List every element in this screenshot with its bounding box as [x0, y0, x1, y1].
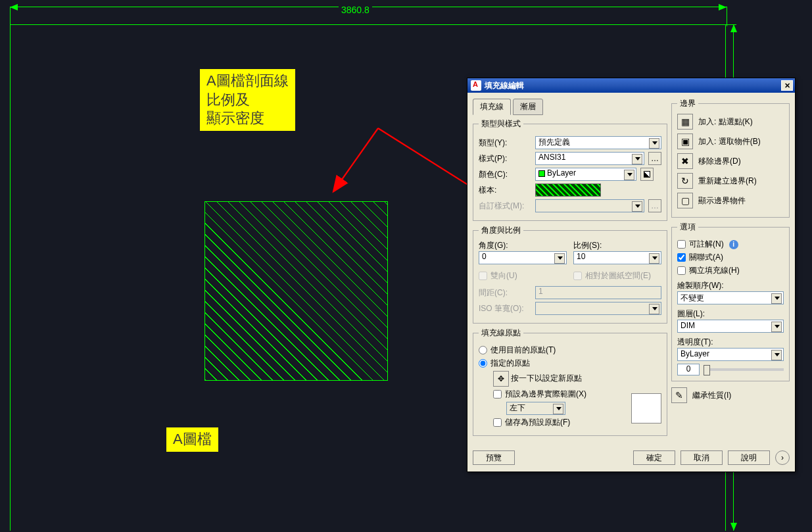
- draw-order-combo[interactable]: 不變更: [677, 291, 784, 304]
- paper-space-checkbox: [573, 272, 582, 280]
- specified-origin-radio[interactable]: [479, 359, 487, 368]
- ok-button[interactable]: 確定: [633, 450, 675, 465]
- hatch-edit-dialog: 填充線編輯 ✕ 填充線 漸層 類型與樣式 類型(Y): 預先定義 樣式(P): …: [467, 78, 796, 472]
- annotation-scale-note: A圖檔剖面線 比例及 顯示密度: [200, 69, 295, 131]
- bg-color-button[interactable]: [640, 168, 654, 181]
- tab-gradient[interactable]: 漸層: [513, 99, 543, 115]
- layer-label: 圖層(L):: [677, 308, 784, 320]
- scale-label: 比例(S):: [573, 240, 661, 251]
- close-button[interactable]: ✕: [781, 80, 793, 91]
- group-type-pattern: 類型與樣式 類型(Y): 預先定義 樣式(P): ANSI31 … 顏色(C):…: [473, 118, 667, 221]
- draw-order-label: 繪製順序(W):: [677, 280, 784, 291]
- select-objects-icon[interactable]: ▣: [677, 133, 693, 149]
- horizontal-dimension-value: 3860.8: [339, 5, 372, 15]
- sample-swatch[interactable]: [535, 183, 601, 197]
- transparency-combo[interactable]: ByLayer: [677, 348, 784, 361]
- group-boundary: 邊界 ▦加入: 點選點(K) ▣加入: 選取物件(B) ✖移除邊界(D) ↻重新…: [671, 98, 790, 218]
- scale-combo[interactable]: 10: [573, 251, 661, 264]
- group-hatch-origin: 填充線原點 使用目前的原點(T) 指定的原點 ✥ 按一下以設定新原點 預設為邊界…: [473, 327, 667, 436]
- expand-dialog-button[interactable]: ›: [775, 450, 790, 465]
- pattern-browse-button[interactable]: …: [648, 152, 661, 165]
- show-boundary-icon[interactable]: ▢: [677, 193, 693, 208]
- preview-button[interactable]: 預覽: [473, 450, 515, 465]
- set-origin-button[interactable]: ✥: [493, 371, 509, 387]
- tab-hatch[interactable]: 填充線: [473, 99, 511, 115]
- transparency-slider[interactable]: [704, 368, 784, 371]
- annotative-checkbox[interactable]: [677, 240, 686, 249]
- pick-points-icon[interactable]: ▦: [677, 114, 693, 130]
- dialog-titlebar[interactable]: 填充線編輯 ✕: [467, 78, 795, 93]
- add-pick-points-button[interactable]: 加入: 點選點(K): [698, 116, 753, 128]
- transparency-value-input[interactable]: 0: [677, 364, 700, 375]
- info-icon[interactable]: i: [729, 240, 738, 249]
- color-combo[interactable]: ByLayer: [535, 168, 636, 181]
- dim-ext-line: [717, 24, 736, 25]
- separate-hatch-checkbox[interactable]: [677, 266, 686, 275]
- horizontal-dimension: 3860.8: [10, 7, 727, 7]
- cancel-button[interactable]: 取消: [681, 450, 723, 465]
- help-button[interactable]: 說明: [728, 450, 770, 465]
- dialog-title-text: 填充線編輯: [485, 80, 524, 91]
- inherit-icon[interactable]: ✎: [671, 387, 687, 403]
- inherit-properties-button[interactable]: 繼承性質(I): [692, 390, 731, 401]
- tab-strip: 填充線 漸層: [473, 99, 667, 115]
- associative-checkbox[interactable]: [677, 253, 686, 262]
- pattern-label: 樣式(P):: [479, 153, 531, 164]
- double-checkbox: [479, 272, 487, 280]
- dim-ext-line: [10, 7, 11, 26]
- angle-label: 角度(G):: [479, 240, 567, 251]
- custom-browse-button: …: [648, 199, 661, 212]
- set-origin-label: 按一下以設定新原點: [511, 374, 582, 383]
- remove-boundary-button[interactable]: 移除邊界(D): [698, 156, 741, 167]
- iso-pen-label: ISO 筆寬(O):: [479, 303, 531, 314]
- custom-pattern-label: 自訂樣式(M):: [479, 201, 531, 212]
- dim-ext-line: [727, 7, 727, 26]
- extents-combo: 左下: [506, 402, 565, 415]
- color-label: 顏色(C):: [479, 169, 531, 180]
- spacing-input: 1: [535, 286, 661, 299]
- show-boundary-button[interactable]: 顯示邊界物件: [698, 195, 746, 206]
- annotation-file-label: A圖檔: [166, 427, 218, 452]
- type-label: 類型(Y):: [479, 137, 531, 149]
- group-angle-scale: 角度與比例 角度(G): 0 比例(S): 10 雙向(U) 相對於圖紙空間(E…: [473, 225, 667, 324]
- type-combo[interactable]: 預先定義: [535, 136, 661, 149]
- default-extents-checkbox[interactable]: [493, 390, 502, 399]
- app-icon: [471, 80, 481, 91]
- hatch-sample-square: [204, 201, 388, 381]
- pattern-combo[interactable]: ANSI31: [535, 152, 644, 165]
- recreate-boundary-button[interactable]: 重新建立邊界(R): [698, 176, 757, 187]
- spacing-label: 間距(C):: [479, 287, 531, 299]
- layer-combo[interactable]: DIM: [677, 320, 784, 333]
- iso-pen-combo: [535, 302, 661, 315]
- origin-preview-box: [631, 393, 661, 423]
- store-default-origin-checkbox[interactable]: [493, 418, 502, 427]
- add-select-objects-button[interactable]: 加入: 選取物件(B): [698, 136, 761, 147]
- custom-pattern-combo: [535, 199, 644, 212]
- group-options: 選項 可註解(N)i 關聯式(A) 獨立填充線(H) 繪製順序(W): 不變更 …: [671, 222, 790, 381]
- use-current-origin-radio[interactable]: [479, 346, 487, 354]
- recreate-boundary-icon[interactable]: ↻: [677, 173, 693, 189]
- remove-boundary-icon[interactable]: ✖: [677, 153, 693, 169]
- transparency-label: 透明度(T):: [677, 337, 784, 348]
- sample-label: 樣本:: [479, 185, 531, 196]
- angle-combo[interactable]: 0: [479, 251, 567, 264]
